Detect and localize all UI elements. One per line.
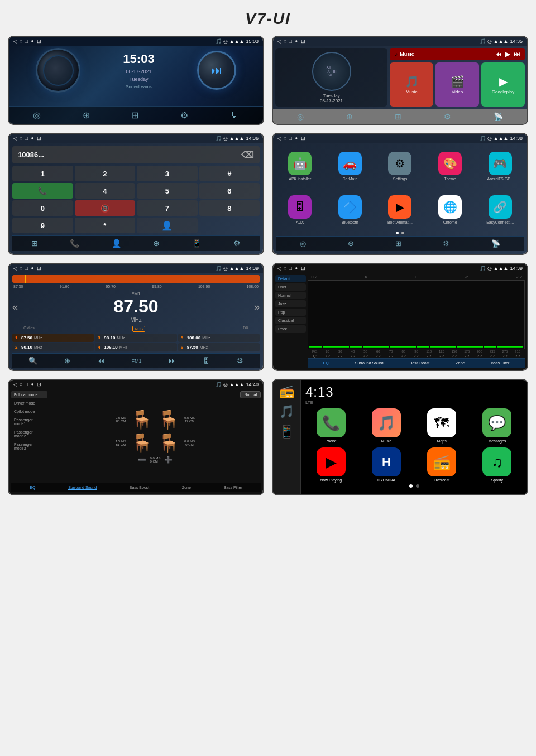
eq-preset-user[interactable]: User xyxy=(275,283,306,291)
driver-mode[interactable]: Driver mode xyxy=(11,399,47,407)
zone-tab[interactable]: Zone xyxy=(456,361,465,365)
eq-preset-classical[interactable]: Classical xyxy=(275,317,306,324)
key-4[interactable]: 4 xyxy=(75,183,136,199)
play-btn[interactable]: ▶ xyxy=(505,50,510,58)
key-1[interactable]: 1 xyxy=(12,166,73,181)
key-3[interactable]: 3 xyxy=(137,166,198,181)
minus-btn[interactable]: ➖ xyxy=(138,456,146,464)
app-easyconnect[interactable]: 🔗 EasyConnecti... xyxy=(476,190,524,230)
settings-btn[interactable]: ⚙ xyxy=(180,110,188,121)
music-sidebar-icon[interactable]: 🎵 xyxy=(279,405,294,419)
apps-icon[interactable]: ⊞ xyxy=(395,112,401,121)
call-btn[interactable]: 📞 xyxy=(12,183,73,199)
next-btn[interactable]: ⏭ xyxy=(169,357,176,365)
normal-btn[interactable]: Normal xyxy=(240,391,261,398)
bt-call-btn[interactable]: ⊕ xyxy=(153,239,160,248)
nav-btn[interactable]: ◎ xyxy=(33,110,41,121)
extra-icon[interactable]: 📡 xyxy=(494,112,503,121)
bass-boost-tab[interactable]: Bass Boost xyxy=(410,361,429,365)
bass-boost-tab2[interactable]: Bass Boost xyxy=(130,485,149,490)
key-hash[interactable]: # xyxy=(199,166,260,181)
app-carmate[interactable]: 🚗 CarMate xyxy=(327,146,374,187)
video-app-btn[interactable]: 🎬 Video xyxy=(436,62,479,107)
phone-sidebar-icon[interactable]: 📱 xyxy=(279,425,294,439)
cpilot-mode[interactable]: Cpilot mode xyxy=(11,408,47,415)
contacts-btn[interactable]: 👤 xyxy=(137,218,198,233)
skip-fwd-btn[interactable]: » xyxy=(254,301,260,313)
key-8[interactable]: 8 xyxy=(199,200,260,216)
app-aux[interactable]: 🎛 AUX xyxy=(276,190,324,230)
app-settings[interactable]: ⚙ Settings xyxy=(376,146,424,187)
next-btn[interactable]: ⏭ xyxy=(514,50,520,58)
bass-filter-tab[interactable]: Bass Filter xyxy=(491,361,509,365)
app-chrome[interactable]: 🌐 Chrome xyxy=(427,190,474,230)
eq-preset-jazz[interactable]: Jazz xyxy=(275,300,306,307)
key-7[interactable]: 7 xyxy=(137,200,198,216)
app-boot-anim[interactable]: ▶ Boot Animati... xyxy=(376,190,424,230)
play-knob[interactable]: ⏭ xyxy=(197,51,236,90)
key-star[interactable]: * xyxy=(75,218,136,233)
nav-icon[interactable]: ◎ xyxy=(297,112,304,121)
googleplay-app-btn[interactable]: ▶ Googleplay xyxy=(481,62,525,107)
band-btn[interactable]: FM1 xyxy=(131,358,141,364)
key-0[interactable]: 0 xyxy=(12,200,73,216)
app-messages[interactable]: 💬 Messages xyxy=(472,408,523,443)
bt-nav[interactable]: ⊕ xyxy=(348,239,354,248)
bass-filter-tab2[interactable]: Bass Filter xyxy=(224,485,242,490)
bluetooth-btn[interactable]: ⊕ xyxy=(83,110,90,121)
plus-btn[interactable]: ➕ xyxy=(164,456,173,464)
eq-preset-pop[interactable]: Pop xyxy=(275,309,306,316)
key-5[interactable]: 5 xyxy=(137,183,198,199)
preset-2[interactable]: 2 90.10 MHz xyxy=(12,343,94,351)
surround-tab[interactable]: Surround Sound xyxy=(355,361,384,365)
delete-btn[interactable]: ⌫ xyxy=(241,150,254,160)
app-spotify[interactable]: ♫ Spotify xyxy=(472,447,523,482)
passenger-mode2[interactable]: Passenger mode2 xyxy=(11,428,47,440)
music-app-btn[interactable]: 🎵 Music xyxy=(390,62,433,107)
zone-tab2[interactable]: Zone xyxy=(182,485,191,490)
app-maps[interactable]: 🗺 Maps xyxy=(417,408,467,443)
surround-tab2[interactable]: Surround Sound xyxy=(68,485,97,490)
app-androits[interactable]: 🎮 AndroiTS GP... xyxy=(476,146,524,187)
prev-btn[interactable]: ⏮ xyxy=(495,50,502,58)
dialpad-btn[interactable]: ⊞ xyxy=(31,239,38,248)
preset-4[interactable]: 4 106.10 MHz xyxy=(95,343,176,351)
app-music[interactable]: 🎵 Music xyxy=(361,408,411,443)
scan-btn[interactable]: ⊕ xyxy=(64,357,70,365)
eq-preset-normal[interactable]: Normal xyxy=(275,292,306,299)
passenger-mode3[interactable]: Passenger mode3 xyxy=(11,441,47,452)
eq-btn[interactable]: 🎛 xyxy=(203,357,210,365)
app-apk-installer[interactable]: 🤖 APK installer xyxy=(276,146,324,187)
key-9[interactable]: 9 xyxy=(12,218,73,233)
phone-settings-btn[interactable]: ⚙ xyxy=(233,239,241,248)
skip-back-btn[interactable]: « xyxy=(12,301,18,313)
mic-btn[interactable]: 🎙 xyxy=(230,110,239,121)
app-phone[interactable]: 📞 Phone xyxy=(305,408,356,443)
eq-preset-rock[interactable]: Rock xyxy=(275,325,306,333)
settings-icon[interactable]: ⚙ xyxy=(444,112,451,121)
app-bluetooth[interactable]: 🔷 Bluetooth xyxy=(327,190,374,230)
home-nav[interactable]: ◎ xyxy=(300,239,306,248)
phone-bt-btn[interactable]: 📱 xyxy=(192,239,202,248)
key-6[interactable]: 6 xyxy=(199,183,260,199)
eq-tab2[interactable]: EQ xyxy=(30,485,35,490)
app-hyundai[interactable]: H HYUNDAI xyxy=(361,447,411,482)
end-call-btn[interactable]: 📵 xyxy=(75,200,136,216)
radio-settings-btn[interactable]: ⚙ xyxy=(237,357,243,365)
app-now-playing[interactable]: ▶ Now Playing xyxy=(305,447,356,482)
eq-preset-default[interactable]: Default xyxy=(275,275,306,282)
app-overcast[interactable]: 📻 Overcast xyxy=(417,447,467,482)
bt-icon[interactable]: ⊕ xyxy=(346,112,353,121)
preset-3[interactable]: 3 98.10 MHz xyxy=(95,334,176,342)
extra-nav[interactable]: 📡 xyxy=(491,239,500,248)
passenger-mode1[interactable]: Passenger mode1 xyxy=(11,416,47,427)
apps-btn[interactable]: ⊞ xyxy=(131,110,138,121)
radio-sidebar-icon[interactable]: 📻 xyxy=(279,384,294,399)
eq-tab[interactable]: EQ xyxy=(323,361,329,365)
full-car-mode[interactable]: Full car mode xyxy=(11,391,47,398)
settings-nav[interactable]: ⚙ xyxy=(443,239,449,248)
preset-1[interactable]: 1 87.50 MHz xyxy=(12,334,94,342)
preset-5[interactable]: 5 108.00 MHz xyxy=(178,334,260,342)
prev-btn[interactable]: ⏮ xyxy=(97,357,104,365)
app-theme[interactable]: 🎨 Theme xyxy=(427,146,474,187)
